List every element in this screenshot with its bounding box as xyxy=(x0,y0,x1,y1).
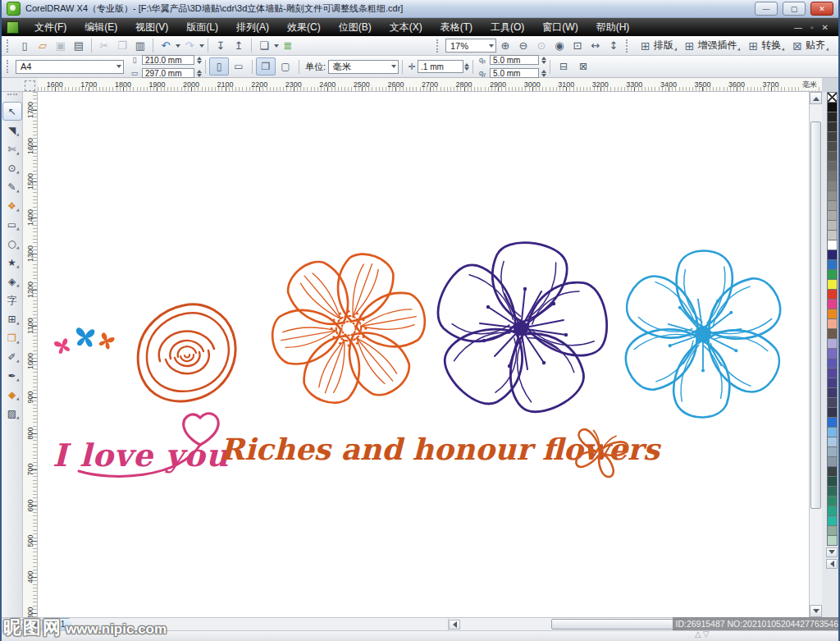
zoom-page-width-button[interactable]: ↔ xyxy=(587,37,605,54)
scroll-down-button[interactable] xyxy=(810,605,822,617)
duplicate-y-field[interactable]: 5.0 mm xyxy=(490,68,539,78)
menu-item[interactable]: 帮助(H) xyxy=(587,19,639,36)
landscape-button[interactable]: ▭ xyxy=(229,57,249,76)
close-button[interactable]: ✕ xyxy=(810,2,833,16)
drawing-canvas[interactable]: I love you Riches and honour flowers xyxy=(38,92,809,617)
all-pages-button[interactable]: ❐ xyxy=(256,57,276,76)
crop-tool-button[interactable]: ✄ xyxy=(2,140,22,158)
portrait-button[interactable]: ▯ xyxy=(209,57,229,76)
snap-macro-button[interactable]: ⊠ 贴齐 xyxy=(787,38,831,53)
blend-tool-button[interactable]: ❐ xyxy=(2,328,22,347)
nudge-spinner[interactable] xyxy=(464,61,469,73)
nudge-offset-field[interactable]: .1 mm xyxy=(418,60,463,73)
save-button[interactable]: ▣ xyxy=(52,37,70,54)
zoom-all-objects-button[interactable]: ◉ xyxy=(550,37,568,54)
paper-width-spinner[interactable] xyxy=(197,54,202,66)
menu-item[interactable]: 编辑(E) xyxy=(75,19,126,36)
rectangle-tool-button[interactable]: ▭ xyxy=(2,215,22,234)
duplicate-x-spinner[interactable] xyxy=(541,54,546,66)
outline-butterfly-graphic[interactable] xyxy=(569,419,633,483)
paper-height-field[interactable]: 297.0 mm xyxy=(142,68,194,78)
paper-width-field[interactable]: 210.0 mm xyxy=(142,55,194,65)
basic-shapes-tool-button[interactable]: ◈ xyxy=(2,272,22,291)
menu-item[interactable]: 效果(C) xyxy=(278,19,330,36)
typeset-macro-button[interactable]: ⊞ 排版 xyxy=(635,38,679,53)
propbar-grip[interactable] xyxy=(7,60,12,73)
restore-button[interactable]: ▢ xyxy=(783,2,806,16)
copy-button[interactable]: ❐ xyxy=(113,37,131,54)
fill-tool-button[interactable]: ◆ xyxy=(2,385,22,404)
minimize-button[interactable]: — xyxy=(755,2,778,16)
toolbox-grip[interactable] xyxy=(7,94,17,99)
paper-size-combo[interactable]: A4 xyxy=(16,60,124,74)
redo-dropdown-arrow[interactable] xyxy=(199,44,204,50)
welcome-screen-button[interactable]: ≣ xyxy=(279,37,297,54)
blue-flower-line-art[interactable] xyxy=(610,243,796,425)
orange-poppy-line-art[interactable] xyxy=(271,236,427,425)
doc-close-icon[interactable]: ✕ xyxy=(822,23,829,32)
zoom-page-height-button[interactable]: ↕ xyxy=(605,37,623,54)
menu-item[interactable]: 表格(T) xyxy=(431,19,482,36)
convert-macro-button[interactable]: ⊞ 转换 xyxy=(742,38,787,53)
doc-minimize-icon[interactable]: — xyxy=(794,23,802,32)
vertical-scroll-thumb[interactable] xyxy=(810,121,821,509)
paste-button[interactable]: ▥ xyxy=(131,37,149,54)
menu-item[interactable]: 文本(X) xyxy=(381,19,431,36)
menu-item[interactable]: 位图(B) xyxy=(330,19,381,36)
scroll-up-button[interactable] xyxy=(810,92,822,104)
zoom-tool-button[interactable]: ⊙ xyxy=(2,158,22,177)
vertical-scrollbar[interactable] xyxy=(809,92,822,617)
import-button[interactable]: ↧ xyxy=(212,37,230,54)
ruler-origin-corner[interactable] xyxy=(2,78,38,92)
shape-tool-button[interactable]: ◥ xyxy=(2,121,22,140)
smart-fill-tool-button[interactable]: ❖ xyxy=(2,196,22,215)
menu-item[interactable]: 版面(L) xyxy=(177,19,227,36)
palette-swatch[interactable] xyxy=(827,535,838,546)
open-button[interactable]: ▱ xyxy=(34,37,52,54)
small-butterflies-graphic[interactable] xyxy=(52,324,120,361)
freehand-tool-button[interactable]: ✎ xyxy=(2,177,22,196)
horizontal-ruler[interactable]: 1600170018001900200021002200230024002500… xyxy=(38,78,822,92)
toolbar-grip[interactable] xyxy=(626,39,632,53)
text-tool-button[interactable]: 字 xyxy=(2,291,22,309)
export-button[interactable]: ↥ xyxy=(230,37,248,54)
cut-button[interactable]: ✂ xyxy=(95,37,113,54)
palette-scroll-down-button[interactable] xyxy=(826,547,838,557)
scroll-left-button[interactable] xyxy=(449,620,460,630)
print-button[interactable]: ▤ xyxy=(70,37,88,54)
eyedropper-tool-button[interactable]: ✐ xyxy=(2,347,22,366)
pick-tool-button[interactable]: ↖ xyxy=(2,102,22,121)
interactive-fill-tool-button[interactable]: ▨ xyxy=(2,404,22,423)
zoom-out-button[interactable]: ⊖ xyxy=(514,37,532,54)
vertical-ruler[interactable]: 1700160015001400130012001100100090080070… xyxy=(23,92,38,617)
rose-line-art[interactable] xyxy=(130,295,244,414)
duplicate-x-field[interactable]: 5.0 mm xyxy=(490,55,539,65)
menu-item[interactable]: 视图(V) xyxy=(126,19,177,36)
ellipse-tool-button[interactable]: ○ xyxy=(2,234,22,253)
units-combo[interactable]: 毫米 xyxy=(328,60,399,74)
treat-as-filled-button[interactable]: ⊟ xyxy=(554,57,573,76)
love-you-text[interactable]: I love you xyxy=(52,437,229,474)
horizontal-scroll-thumb[interactable] xyxy=(551,619,687,630)
redo-button[interactable]: ↷ xyxy=(180,37,199,54)
current-page-button[interactable]: ▢ xyxy=(276,57,295,76)
table-tool-button[interactable]: ⊞ xyxy=(2,309,22,328)
plugins-macro-button[interactable]: ⊞ 增强插件 xyxy=(679,38,743,53)
application-launcher-button[interactable]: ❏ xyxy=(255,37,273,54)
new-button[interactable]: ▯ xyxy=(16,37,34,54)
outline-pen-tool-button[interactable]: ✒ xyxy=(2,366,22,385)
zoom-in-button[interactable]: ⊕ xyxy=(496,37,514,54)
zoom-level-combo[interactable]: 17% xyxy=(445,39,496,53)
undo-button[interactable]: ↶ xyxy=(157,37,175,54)
menu-item[interactable]: 工具(O) xyxy=(482,19,533,36)
doc-restore-icon[interactable]: ▫ xyxy=(810,23,814,32)
toolbar-grip[interactable] xyxy=(7,39,12,53)
menu-item[interactable]: 排列(A) xyxy=(227,19,278,36)
purple-flower-line-art[interactable] xyxy=(427,231,615,428)
menu-item[interactable]: 窗口(W) xyxy=(533,19,587,36)
polygon-tool-button[interactable]: ★ xyxy=(2,253,22,272)
zoom-to-page-button[interactable]: ⊡ xyxy=(568,37,587,54)
zoom-selected-button[interactable]: ⊙ xyxy=(532,37,550,54)
marquee-select-button[interactable]: ⊠ xyxy=(573,57,593,76)
toolbar-grip[interactable] xyxy=(436,39,442,53)
